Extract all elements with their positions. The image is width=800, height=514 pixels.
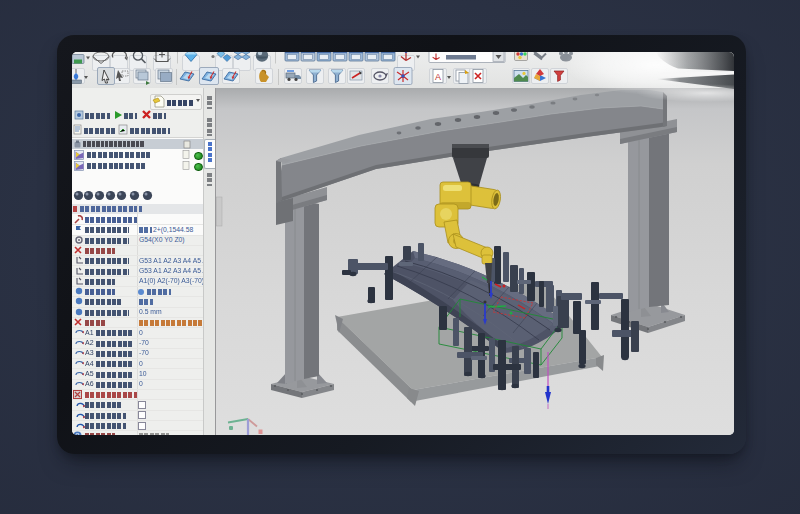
svg-text:?: ? <box>76 432 80 435</box>
svg-text:A: A <box>435 72 441 82</box>
